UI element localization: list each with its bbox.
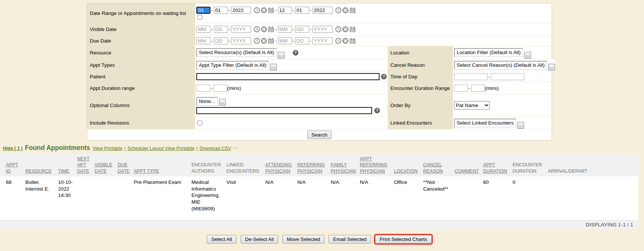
column-header-due-date[interactable]: DUE DATE [118,154,134,176]
dash-separator: - [293,26,295,32]
location-picker-button[interactable]: ... [524,52,531,59]
calendar-picker-icon[interactable] [349,26,356,32]
appt-duration-label: Appt Duration range [87,82,195,94]
column-header-appt-referring-physician[interactable]: APPT REFERRING PHYSICIAN [360,154,394,176]
column-header-appt-duration[interactable]: APPT DURATION [483,154,513,176]
time-picker-icon[interactable] [335,7,342,13]
clear-date-icon[interactable] [261,7,267,13]
dash-separator: - [310,7,312,13]
column-header-encounter-duration: ENCOUNTER DURATION [513,154,548,176]
date-range-to-year-input[interactable] [313,7,333,14]
patient-input[interactable] [196,73,380,80]
calendar-picker-icon[interactable] [349,38,356,44]
view-printable-link[interactable]: View Printable [93,146,123,151]
calendar-picker-icon[interactable] [268,38,274,44]
column-header-attending-physician[interactable]: ATTENDING PHYSICIAN [265,154,297,176]
select-all-button[interactable]: Select All [207,235,237,244]
due-date-from-day-input[interactable] [214,37,228,44]
time-picker-icon[interactable] [254,38,260,44]
visible-date-from-day-input[interactable] [214,26,228,33]
date-range-from-day-input[interactable] [214,7,228,14]
due-date-from-year-input[interactable] [231,37,251,44]
calendar-picker-icon[interactable] [349,7,356,13]
print-selected-charts-button[interactable]: Print Selected Charts [375,235,432,244]
patient-help-icon[interactable]: ? [381,74,387,79]
cancel-reason-picker-button[interactable]: ... [548,64,555,70]
date-range-to-day-input[interactable] [295,7,309,14]
appointment-row[interactable]: 68 Butler, Internist E. 10-10-2022 14:30… [0,176,638,220]
linked-encounters-picker-button[interactable]: ... [517,122,524,129]
column-header-appt-type[interactable]: APPT TYPE [134,154,191,176]
visible-date-to-day-input[interactable] [295,26,309,33]
appt-duration-max-input[interactable] [213,85,227,92]
date-range-from-year-input[interactable] [231,7,251,14]
due-date-from-month-input[interactable] [196,37,210,44]
linked-encounters-filter[interactable]: Select Linked Encounters [454,119,516,128]
column-header-visible-date[interactable]: VISIBLE DATE [95,154,118,176]
hide-results-link[interactable]: Hide ( 1 ) [3,146,23,151]
due-date-to-day-input[interactable] [295,37,309,44]
include-revisions-checkbox[interactable] [197,120,202,125]
time-picker-icon[interactable] [254,26,260,32]
column-header-time[interactable]: TIME [58,154,77,176]
appt-type-filter[interactable]: Appt Type Filter (Default is All) [196,61,269,70]
clear-date-icon[interactable] [342,38,349,44]
column-header-cancel-reason[interactable]: CANCEL REASON [423,154,455,176]
cancel-reason-filter[interactable]: Select Cancel Reason(s) (Default is All) [454,61,547,70]
column-header-family-physician[interactable]: FAMILY PHYSICIAN [331,154,360,176]
form-row-search: Search [87,129,552,140]
location-filter[interactable]: Location Filter (Default is All) [454,48,523,57]
column-header-appt-id[interactable]: APPT ID [0,154,25,176]
clear-date-icon[interactable] [342,26,349,32]
visible-date-from-month-input[interactable] [196,26,210,33]
column-header-referring-physician[interactable]: REFERRING PHYSICIAN [297,154,331,176]
column-header-resource[interactable]: RESOURCE [25,154,58,176]
calendar-picker-icon[interactable] [268,7,274,13]
column-header-location[interactable]: LOCATION [394,154,423,176]
appt-type-picker-button[interactable]: ... [270,64,277,70]
form-row-optionalcolumns-orderby: Optional Columns None... ... ? Order By … [87,94,552,117]
form-row-due-date: Due Date - - - - - [87,36,552,46]
time-picker-icon[interactable] [254,7,260,13]
optional-columns-help-icon[interactable]: ? [374,108,380,113]
deselect-all-button[interactable]: De-Select All [241,235,278,244]
optional-columns-picker-button[interactable]: ... [219,99,226,106]
encounter-duration-fields: - (mins) [453,82,552,94]
search-button[interactable]: Search [307,131,331,139]
resource-help-icon[interactable]: ? [293,50,298,56]
time-of-day-start-input[interactable] [454,73,488,80]
date-range-from-month-input[interactable] [196,7,210,14]
time-picker-icon[interactable] [335,38,342,44]
due-date-to-year-input[interactable] [313,37,333,44]
time-of-day-end-input[interactable] [491,73,524,80]
cell-referring-physician: N/A [297,176,331,220]
waiting-list-checkbox[interactable] [197,15,202,20]
column-header-next-apt-date[interactable]: NEXT APT DATE [77,154,95,176]
resource-picker-button[interactable]: ... [278,52,285,59]
calendar-picker-icon[interactable] [268,26,274,32]
clear-date-icon[interactable] [261,26,267,32]
email-selected-button[interactable]: Email Selected [329,235,371,244]
encounter-duration-min-input[interactable] [454,85,468,92]
resource-filter[interactable]: Select Resource(s) (Default is All) [196,48,277,57]
time-picker-icon[interactable] [335,26,342,32]
move-selected-button[interactable]: Move Selected [282,235,324,244]
clear-date-icon[interactable] [261,38,267,44]
appointment-filter-form: Date Range or Appointments on waiting li… [87,3,552,141]
date-range-to-month-input[interactable] [278,7,292,14]
due-date-to-month-input[interactable] [278,37,292,44]
order-by-select[interactable]: Pat Name [454,101,490,110]
optional-columns-input[interactable] [196,107,372,114]
encounter-duration-max-input[interactable] [471,85,485,92]
visible-date-to-year-input[interactable] [313,26,333,33]
clear-date-icon[interactable] [342,7,349,13]
scheduler-layout-view-printable-link[interactable]: Scheduler Layout View Printable [127,146,194,151]
download-csv-link[interactable]: Download CSV [200,146,231,151]
appt-types-label: Appt Types [87,59,195,71]
linked-encounters-label: Linked Encounters [388,117,453,129]
visible-date-to-month-input[interactable] [278,26,292,33]
appt-duration-min-input[interactable] [196,85,210,92]
visible-date-from-year-input[interactable] [231,26,251,33]
optional-columns-filter[interactable]: None... [196,97,218,106]
column-header-comment[interactable]: COMMENT [455,154,483,176]
